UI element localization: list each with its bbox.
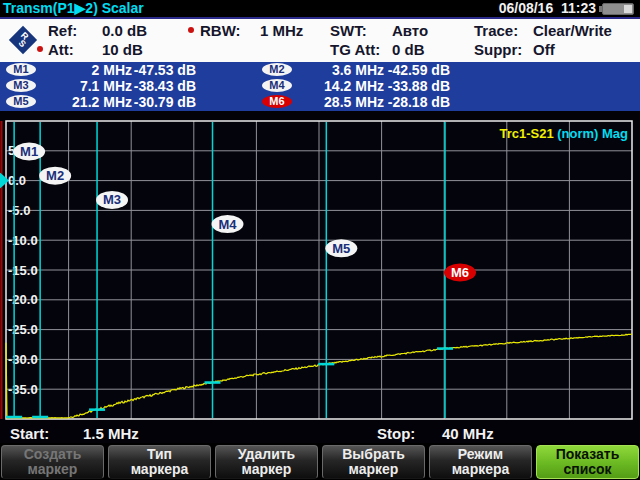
softkey-bar: Создатьмаркер Типмаркера Удалитьмаркер В… xyxy=(0,444,640,480)
settings-panel: R S Ref: 0.0 dB Att: 10 dB RBW: 1 MHz SW… xyxy=(0,19,640,62)
stop-label: Stop: xyxy=(377,425,415,442)
marker-badge-m3[interactable]: M3 xyxy=(6,79,36,92)
marker-frequency: 2 MHz xyxy=(55,62,132,78)
softkey-select-marker[interactable]: Выбратьмаркер xyxy=(322,445,425,479)
setting-value: Clear/Write xyxy=(533,22,612,39)
marker-table: M1 2 MHz -47.53 dB M2 3.6 MHz -42.59 dB … xyxy=(0,62,640,111)
chart-area xyxy=(0,111,640,443)
marker-level: -33.88 dB xyxy=(386,78,450,94)
marker-level: -38.43 dB xyxy=(132,78,196,94)
softkey-show-list[interactable]: Показатьсписок xyxy=(536,445,639,479)
time: 11:23 xyxy=(561,0,596,16)
softkey-marker-mode[interactable]: Режиммаркера xyxy=(429,445,532,479)
setting-value: Off xyxy=(533,41,555,58)
softkey-delete-marker[interactable]: Удалитьмаркер xyxy=(215,445,318,479)
frequency-axis-bar: Start: 1.5 MHz Stop: 40 MHz xyxy=(0,424,640,443)
setting-value: 1 MHz xyxy=(260,22,303,39)
start-value: 1.5 MHz xyxy=(83,425,139,442)
setting-label: Ref: xyxy=(48,22,77,39)
setting-value: 10 dB xyxy=(102,41,143,58)
setting-label: Trace: xyxy=(474,22,518,39)
marker-table-row: M5 21.2 MHz -30.79 dB M6 28.5 MHz -28.18… xyxy=(0,94,640,110)
setting-label: Suppr: xyxy=(474,41,522,58)
softkey-create-marker[interactable]: Создатьмаркер xyxy=(1,445,104,479)
softkey-marker-type[interactable]: Типмаркера xyxy=(108,445,211,479)
marker-level: -28.18 dB xyxy=(386,94,450,110)
battery-icon xyxy=(599,3,635,15)
setting-label: Att: xyxy=(48,41,74,58)
setting-value: 0 dB xyxy=(392,41,425,58)
rs-logo: R S xyxy=(6,23,40,57)
marker-frequency: 3.6 MHz xyxy=(300,62,384,78)
marker-table-row: M1 2 MHz -47.53 dB M2 3.6 MHz -42.59 dB xyxy=(0,62,640,78)
marker-frequency: 7.1 MHz xyxy=(55,78,132,94)
setting-label: SWT: xyxy=(330,22,367,39)
setting-label: RBW: xyxy=(200,22,241,39)
setting-value: 0.0 dB xyxy=(102,22,147,39)
marker-badge-m1[interactable]: M1 xyxy=(6,63,36,76)
marker-badge-m2[interactable]: M2 xyxy=(262,63,292,76)
setting-value: Авто xyxy=(392,22,428,39)
modified-dot xyxy=(37,46,43,52)
marker-level: -47.53 dB xyxy=(132,62,196,78)
datetime: 06/08/16 11:23 xyxy=(499,0,596,16)
start-label: Start: xyxy=(10,425,49,442)
marker-badge-m6-active[interactable]: M6 xyxy=(262,95,292,108)
marker-frequency: 21.2 MHz xyxy=(55,94,132,110)
marker-frequency: 14.2 MHz xyxy=(300,78,384,94)
marker-level: -30.79 dB xyxy=(132,94,196,110)
measurement-title: Transm(P1▶2) Scalar xyxy=(3,0,144,16)
stop-value: 40 MHz xyxy=(442,425,494,442)
setting-label: TG Att: xyxy=(330,41,380,58)
modified-dot xyxy=(188,27,194,33)
marker-badge-m5[interactable]: M5 xyxy=(6,95,36,108)
title-bar: Transm(P1▶2) Scalar 06/08/16 11:23 xyxy=(0,0,640,17)
date: 06/08/16 xyxy=(499,0,554,16)
analyzer-screen: Transm(P1▶2) Scalar 06/08/16 11:23 R S R… xyxy=(0,0,640,480)
marker-frequency: 28.5 MHz xyxy=(300,94,384,110)
marker-table-row: M3 7.1 MHz -38.43 dB M4 14.2 MHz -33.88 … xyxy=(0,78,640,94)
marker-badge-m4[interactable]: M4 xyxy=(262,79,292,92)
marker-level: -42.59 dB xyxy=(386,62,450,78)
